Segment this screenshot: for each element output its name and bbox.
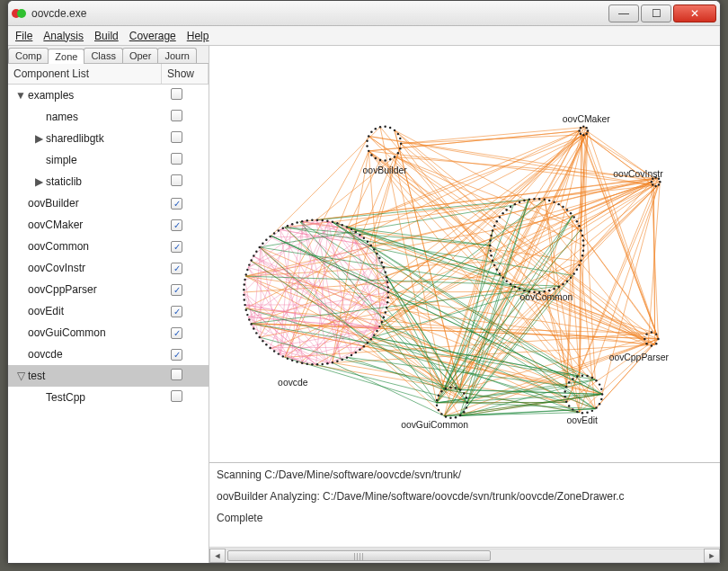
tree-row-label: staticlib: [44, 175, 162, 188]
scroll-right-button[interactable]: ►: [704, 549, 720, 563]
tree-row[interactable]: ▶staticlib: [8, 171, 209, 192]
close-button[interactable]: ✕: [673, 4, 716, 22]
tree-row[interactable]: oovcde: [8, 343, 209, 365]
tree-row[interactable]: oovCovInstr: [8, 257, 209, 279]
tree-row-label: oovCMaker: [26, 219, 162, 231]
svg-point-361: [366, 140, 368, 142]
show-checkbox[interactable]: [171, 349, 182, 361]
maximize-button[interactable]: ☐: [641, 4, 671, 22]
svg-point-583: [466, 397, 467, 398]
node-label: oovGuiCommon: [401, 420, 468, 430]
output-scrollbar[interactable]: ◄ ►: [209, 547, 720, 563]
svg-point-570: [449, 417, 451, 419]
menu-help[interactable]: Help: [187, 30, 209, 42]
show-checkbox[interactable]: [171, 198, 182, 210]
show-checkbox[interactable]: [171, 284, 182, 296]
expander-icon[interactable]: ▽: [15, 370, 26, 382]
tree-row[interactable]: ▽test: [8, 365, 209, 387]
svg-point-535: [655, 343, 657, 344]
svg-point-381: [654, 185, 656, 187]
tree-row[interactable]: oovEdit: [8, 300, 209, 322]
svg-point-520: [355, 231, 357, 233]
svg-line-179: [580, 339, 659, 413]
tree-row[interactable]: oovCppParser: [8, 279, 209, 300]
tree-row[interactable]: oovCommon: [8, 236, 209, 257]
tree-row[interactable]: ▶sharedlibgtk: [8, 128, 209, 149]
svg-point-405: [519, 288, 520, 290]
tree-row[interactable]: oovGuiCommon: [8, 322, 209, 343]
scroll-left-button[interactable]: ◄: [209, 549, 226, 563]
output-text[interactable]: Scanning C:/Dave/Mine/software/oovcde/sv…: [209, 463, 720, 547]
show-checkbox[interactable]: [171, 88, 182, 100]
svg-point-493: [245, 273, 247, 275]
svg-point-454: [373, 334, 375, 335]
svg-point-467: [316, 363, 318, 365]
svg-point-460: [351, 354, 352, 356]
menu-coverage[interactable]: Coverage: [129, 30, 176, 42]
minimize-button[interactable]: —: [608, 4, 639, 22]
svg-point-505: [282, 227, 284, 228]
titlebar[interactable]: oovcde.exe — ☐ ✕: [8, 1, 720, 26]
svg-point-355: [384, 159, 386, 161]
show-checkbox[interactable]: [171, 327, 182, 339]
svg-point-503: [273, 232, 275, 234]
list-header-component[interactable]: Component List: [8, 64, 162, 84]
show-checkbox[interactable]: [171, 263, 182, 274]
svg-point-354: [389, 158, 391, 160]
list-header-show[interactable]: Show: [162, 64, 209, 84]
svg-point-424: [505, 209, 507, 210]
svg-point-420: [493, 225, 495, 227]
svg-point-372: [585, 133, 587, 135]
diagram-canvas[interactable]: oovBuilderoovCMakeroovCovInstroovCommono…: [209, 46, 720, 462]
tree-row[interactable]: names: [8, 106, 209, 128]
tab-oper[interactable]: Oper: [122, 48, 158, 63]
svg-point-353: [394, 156, 395, 157]
show-checkbox[interactable]: [171, 369, 182, 380]
show-checkbox[interactable]: [171, 174, 182, 186]
left-pane: CompZoneClassOperJourn Component List Sh…: [8, 46, 209, 563]
tree-row[interactable]: oovBuilder: [8, 192, 209, 214]
show-checkbox[interactable]: [171, 131, 182, 143]
svg-point-464: [332, 361, 333, 363]
tree-row[interactable]: simple: [8, 149, 209, 171]
svg-point-522: [363, 237, 365, 239]
show-checkbox[interactable]: [171, 110, 182, 121]
svg-point-466: [321, 363, 323, 365]
tree-row[interactable]: ▼examples: [8, 85, 209, 106]
svg-point-427: [519, 201, 520, 203]
scroll-track[interactable]: [226, 549, 704, 563]
svg-point-512: [316, 219, 318, 220]
svg-point-457: [363, 345, 365, 347]
show-checkbox[interactable]: [171, 219, 182, 231]
show-checkbox[interactable]: [171, 306, 182, 317]
tree-row[interactable]: oovCMaker: [8, 214, 209, 236]
tab-zone[interactable]: Zone: [48, 49, 84, 64]
svg-point-412: [493, 264, 495, 266]
scroll-thumb[interactable]: [227, 550, 491, 561]
svg-point-576: [438, 395, 439, 397]
show-checkbox[interactable]: [171, 241, 182, 253]
tab-class[interactable]: Class: [84, 48, 123, 63]
menu-file[interactable]: File: [15, 30, 32, 42]
svg-point-407: [510, 283, 511, 285]
show-checkbox[interactable]: [171, 390, 182, 402]
tab-journ[interactable]: Journ: [157, 48, 197, 63]
menu-analysis[interactable]: Analysis: [43, 30, 84, 42]
tree-row[interactable]: TestCpp: [8, 387, 209, 408]
svg-point-453: [376, 330, 377, 332]
expander-icon[interactable]: ▶: [33, 175, 44, 188]
show-checkbox[interactable]: [171, 153, 182, 165]
svg-point-551: [568, 405, 570, 406]
svg-point-561: [591, 377, 593, 379]
expander-icon[interactable]: ▼: [15, 89, 26, 102]
node-label: oovBuilder: [363, 165, 408, 175]
svg-point-379: [659, 181, 661, 183]
svg-point-480: [258, 336, 260, 338]
tab-comp[interactable]: Comp: [8, 48, 49, 63]
window-title: oovcde.exe: [31, 7, 607, 20]
component-tree[interactable]: ▼examplesnames▶sharedlibgtksimple▶static…: [8, 85, 209, 563]
expander-icon[interactable]: ▶: [33, 132, 44, 145]
svg-point-375: [578, 129, 580, 131]
svg-point-387: [582, 245, 584, 246]
menu-build[interactable]: Build: [94, 30, 119, 42]
